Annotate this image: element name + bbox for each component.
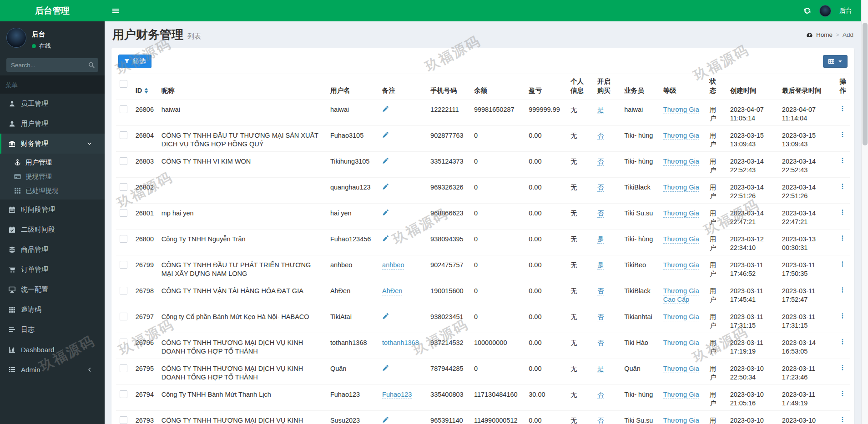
- row-actions-icon[interactable]: [839, 287, 846, 293]
- row-checkbox[interactable]: [120, 416, 127, 424]
- buy-toggle-link[interactable]: 是: [597, 106, 604, 114]
- buy-toggle-link[interactable]: 否: [597, 417, 604, 424]
- row-checkbox[interactable]: [120, 157, 127, 165]
- cell-username: haiwai: [327, 100, 378, 126]
- filter-button[interactable]: 筛选: [118, 55, 151, 68]
- row-checkbox[interactable]: [120, 364, 127, 372]
- level-link[interactable]: Thương Gia: [663, 132, 699, 140]
- column-selector-button[interactable]: [823, 55, 848, 68]
- brand-logo[interactable]: 后台管理: [0, 0, 105, 21]
- row-actions-icon[interactable]: [839, 261, 846, 267]
- remark-link[interactable]: anhbeo: [382, 261, 404, 269]
- row-actions-icon[interactable]: [839, 131, 846, 138]
- edit-remark-icon[interactable]: [382, 235, 389, 242]
- row-actions-icon[interactable]: [839, 235, 846, 241]
- row-checkbox[interactable]: [120, 261, 127, 269]
- sidebar-item-invite-code[interactable]: 邀请码: [0, 299, 105, 319]
- buy-toggle-link[interactable]: 是: [597, 365, 604, 373]
- sidebar-subitem-withdraw-management[interactable]: 提现管理: [0, 170, 105, 184]
- buy-toggle-link[interactable]: 是: [597, 235, 604, 244]
- sidebar-item-label: 员工管理: [21, 100, 48, 108]
- sidebar-subitem-finance-user-management[interactable]: 用户管理: [0, 155, 105, 170]
- sidebar-item-admin[interactable]: Admin: [0, 359, 105, 379]
- level-link[interactable]: Thương Gia: [663, 261, 699, 269]
- level-link[interactable]: Thương Gia: [663, 417, 699, 424]
- edit-remark-icon[interactable]: [382, 416, 389, 423]
- row-checkbox[interactable]: [120, 131, 127, 139]
- edit-remark-icon[interactable]: [382, 364, 389, 371]
- buy-toggle-link[interactable]: 否: [597, 132, 604, 140]
- row-actions-icon[interactable]: [839, 416, 846, 423]
- row-actions-icon[interactable]: [839, 157, 846, 164]
- avatar[interactable]: [6, 28, 26, 48]
- edit-remark-icon[interactable]: [382, 313, 389, 319]
- sidebar-item-finance-management[interactable]: 财务管理: [0, 134, 105, 154]
- buy-toggle-link[interactable]: 否: [597, 158, 604, 166]
- row-actions-icon[interactable]: [839, 339, 846, 345]
- row-checkbox[interactable]: [120, 209, 127, 217]
- row-checkbox[interactable]: [120, 183, 127, 191]
- sidebar-item-logs[interactable]: 日志: [0, 319, 105, 339]
- sidebar-item-dashboard[interactable]: Dashboard: [0, 339, 105, 359]
- cell-profit: 0.00: [525, 307, 567, 333]
- buy-toggle-link[interactable]: 否: [597, 339, 604, 347]
- edit-remark-icon[interactable]: [382, 157, 389, 164]
- sidebar-item-user-management[interactable]: 用户管理: [0, 114, 105, 134]
- column-header-id[interactable]: ID: [136, 86, 149, 95]
- sidebar-subitem-processed-withdraw[interactable]: 已处理提现: [0, 184, 105, 198]
- level-link[interactable]: Thương Gia: [663, 210, 699, 218]
- level-link[interactable]: Thương Gia: [663, 313, 699, 321]
- level-link[interactable]: Thương Gia: [663, 339, 699, 347]
- row-checkbox[interactable]: [120, 287, 127, 294]
- row-actions-icon[interactable]: [839, 313, 846, 319]
- row-checkbox[interactable]: [120, 105, 127, 113]
- row-actions-icon[interactable]: [839, 183, 846, 190]
- row-actions-icon[interactable]: [839, 209, 846, 215]
- edit-remark-icon[interactable]: [382, 183, 389, 190]
- level-link[interactable]: Thương Gia: [663, 235, 699, 244]
- level-link[interactable]: Thương Gia: [663, 184, 699, 192]
- refresh-icon[interactable]: [803, 7, 811, 15]
- sidebar-user-status[interactable]: 在线: [32, 42, 51, 50]
- sidebar-item-staff-management[interactable]: 员工管理: [0, 94, 105, 114]
- row-checkbox[interactable]: [120, 235, 127, 243]
- buy-toggle-link[interactable]: 否: [597, 210, 604, 218]
- row-actions-icon[interactable]: [839, 390, 846, 397]
- row-actions-icon[interactable]: [839, 105, 846, 112]
- level-link[interactable]: Thương Gia Cao Cấp: [663, 287, 699, 304]
- sidebar-item-unified-config[interactable]: 统一配置: [0, 279, 105, 299]
- level-link[interactable]: Thương Gia: [663, 391, 699, 399]
- search-icon[interactable]: [88, 62, 95, 68]
- vertical-scrollbar[interactable]: [861, 0, 868, 424]
- row-checkbox[interactable]: [120, 313, 127, 320]
- sidebar-toggle-button[interactable]: [105, 0, 126, 21]
- level-link[interactable]: Thương Gia: [663, 158, 699, 166]
- edit-remark-icon[interactable]: [382, 209, 389, 216]
- row-checkbox[interactable]: [120, 339, 127, 346]
- search-input[interactable]: [6, 58, 98, 72]
- breadcrumb-home-link[interactable]: Home: [816, 31, 833, 38]
- row-actions-icon[interactable]: [839, 364, 846, 371]
- sidebar-item-timeslot-management[interactable]: 时间段管理: [0, 200, 105, 219]
- remark-link[interactable]: Fuhao123: [382, 391, 412, 399]
- sidebar-item-order-management[interactable]: 订单管理: [0, 259, 105, 279]
- scrollbar-thumb[interactable]: [863, 23, 868, 145]
- buy-toggle-link[interactable]: 否: [597, 391, 604, 399]
- row-checkbox[interactable]: [120, 390, 127, 398]
- buy-toggle-link[interactable]: 否: [597, 287, 604, 295]
- sidebar-item-sub-timeslot[interactable]: 二级时间段: [0, 219, 105, 239]
- sidebar-item-product-management[interactable]: 商品管理: [0, 239, 105, 259]
- edit-remark-icon[interactable]: [382, 105, 389, 112]
- buy-toggle-link[interactable]: 否: [597, 313, 604, 321]
- user-avatar[interactable]: [819, 5, 831, 17]
- level-link[interactable]: Thương Gia: [663, 106, 699, 114]
- level-link[interactable]: Thương Gia: [663, 365, 699, 373]
- select-all-checkbox[interactable]: [120, 80, 127, 88]
- buy-toggle-link[interactable]: 否: [597, 184, 604, 192]
- buy-toggle-link[interactable]: 是: [597, 261, 604, 269]
- list-icon: [6, 326, 17, 333]
- edit-remark-icon[interactable]: [382, 131, 389, 138]
- remark-link[interactable]: AhĐen: [382, 287, 402, 295]
- topbar-user-name[interactable]: 后台: [839, 7, 852, 15]
- remark-link[interactable]: tothanh1368: [382, 339, 419, 347]
